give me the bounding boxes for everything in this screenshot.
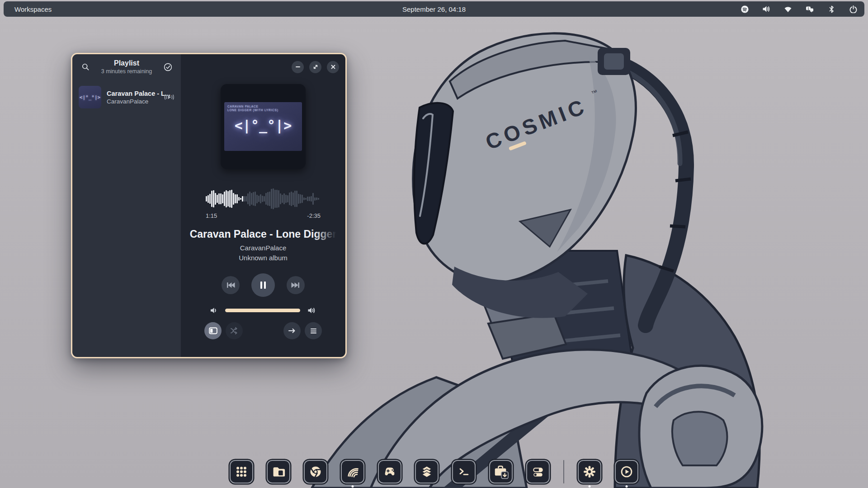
volume-high-icon	[307, 307, 316, 314]
store-icon	[493, 464, 509, 480]
volume-low-icon	[210, 307, 218, 314]
album-art: CARAVAN PALACE LONE DIGGER (WITH LYRICS)…	[224, 102, 302, 151]
music-player-window: Playlist 3 minutes remaining <|°_°|> Car…	[71, 53, 347, 358]
volume-icon[interactable]	[762, 5, 770, 13]
volume-fill	[225, 309, 300, 312]
album-art-text: CARAVAN PALACE LONE DIGGER (WITH LYRICS)	[227, 105, 278, 112]
next-icon	[291, 282, 300, 288]
layers-icon	[420, 465, 434, 479]
toggles-icon	[531, 465, 545, 479]
select-mode-button[interactable]	[161, 60, 175, 74]
arrow-right-icon	[288, 328, 296, 334]
check-circle-icon	[163, 62, 173, 72]
minimize-button[interactable]	[292, 61, 304, 73]
playlist-remaining: 3 minutes remaining	[95, 68, 158, 75]
folder-icon	[272, 465, 285, 479]
time-remaining: -2:35	[307, 212, 321, 219]
pause-icon	[259, 281, 267, 289]
dock-item-settings[interactable]	[578, 460, 601, 483]
dock-item-music[interactable]	[341, 460, 364, 483]
playlist-title: Playlist	[95, 59, 158, 67]
dock-item-toggles[interactable]	[526, 460, 550, 483]
now-playing-artist: CaravanPalace	[240, 244, 287, 252]
minimize-icon	[295, 64, 301, 70]
dock-item-chrome[interactable]	[304, 460, 327, 483]
search-icon	[81, 62, 90, 71]
dock-item-terminal[interactable]	[452, 460, 476, 483]
now-playing-album: Unknown album	[239, 254, 288, 262]
player-main: CARAVAN PALACE LONE DIGGER (WITH LYRICS)…	[181, 54, 345, 357]
playlist-pane-icon	[209, 327, 217, 334]
power-icon[interactable]	[849, 5, 857, 13]
dock-item-media-player[interactable]	[615, 460, 638, 483]
previous-icon	[226, 282, 235, 288]
dock-item-store[interactable]	[489, 460, 513, 483]
now-playing-title-wrap: Caravan Palace - Lone Digger	[186, 228, 340, 240]
play-circle-icon	[620, 465, 633, 479]
close-icon	[330, 64, 336, 70]
dock-item-games[interactable]	[378, 460, 401, 483]
dock-item-files[interactable]	[267, 460, 290, 483]
now-playing-icon	[164, 94, 175, 101]
playlist-sidebar: Playlist 3 minutes remaining <|°_°|> Car…	[72, 54, 181, 357]
clock-button[interactable]: September 26, 04:18	[402, 5, 466, 13]
waveform[interactable]	[206, 188, 321, 210]
running-indicator	[352, 485, 354, 488]
shuffle-icon	[230, 327, 239, 334]
window-titlebar[interactable]	[181, 54, 345, 80]
track-artist: CaravanPalace	[107, 98, 158, 105]
previous-button[interactable]	[222, 276, 240, 294]
menu-button[interactable]	[305, 322, 322, 339]
running-indicator	[589, 485, 591, 488]
pause-button[interactable]	[251, 273, 275, 297]
track-meta: Caravan Palace - L... CaravanPalace	[107, 90, 158, 105]
playlist-track-row[interactable]: <|°_°|> Caravan Palace - L... CaravanPal…	[76, 83, 177, 111]
track-thumbnail: <|°_°|>	[79, 86, 101, 108]
playlist-toggle-button[interactable]	[204, 322, 222, 339]
update-badge	[501, 472, 508, 479]
system-tray	[741, 5, 864, 13]
playlist-title-block: Playlist 3 minutes remaining	[95, 59, 158, 75]
shuffle-button[interactable]	[226, 322, 243, 339]
running-indicator	[626, 485, 628, 488]
search-button[interactable]	[79, 60, 92, 74]
menu-icon	[310, 328, 317, 334]
maximize-button[interactable]	[309, 61, 321, 73]
time-elapsed: 1:15	[206, 212, 217, 219]
playlist-header: Playlist 3 minutes remaining	[72, 54, 181, 80]
volume-slider[interactable]	[225, 309, 300, 312]
time-row: 1:15 -2:35	[206, 212, 321, 219]
volume-row	[210, 307, 316, 314]
album-art-card: CARAVAN PALACE LONE DIGGER (WITH LYRICS)…	[221, 84, 306, 169]
terminal-icon	[457, 465, 471, 479]
next-button[interactable]	[287, 276, 305, 294]
playback-controls	[222, 273, 305, 297]
dock	[230, 460, 638, 483]
repeat-mode-button[interactable]	[283, 322, 301, 339]
bluetooth-icon[interactable]	[827, 5, 835, 13]
secondary-controls	[181, 322, 345, 339]
album-art-emoticon: <|°_°|>	[224, 117, 302, 133]
dock-divider	[563, 460, 564, 483]
dock-item-app-grid[interactable]	[230, 460, 253, 483]
now-playing-title: Caravan Palace - Lone Digger	[190, 228, 337, 240]
app-grid-icon	[235, 465, 248, 479]
gear-icon	[583, 465, 596, 479]
notifications-icon[interactable]	[806, 5, 814, 13]
maximize-icon	[313, 64, 318, 70]
wifi-icon[interactable]	[784, 5, 792, 13]
album-art-mini: <|°_°|>	[80, 94, 100, 100]
sound-waves-icon	[346, 465, 359, 479]
top-panel: Workspaces September 26, 04:18	[4, 1, 864, 17]
gamepad-icon	[382, 465, 397, 479]
chrome-icon	[309, 465, 322, 479]
spotify-icon[interactable]	[741, 5, 749, 13]
workspaces-button[interactable]: Workspaces	[4, 5, 52, 13]
desktop: COSMIC ™ Workspaces September 26, 04:18	[0, 0, 868, 488]
track-title: Caravan Palace - L...	[107, 90, 158, 97]
close-button[interactable]	[327, 61, 339, 73]
dock-item-layers[interactable]	[415, 460, 439, 483]
